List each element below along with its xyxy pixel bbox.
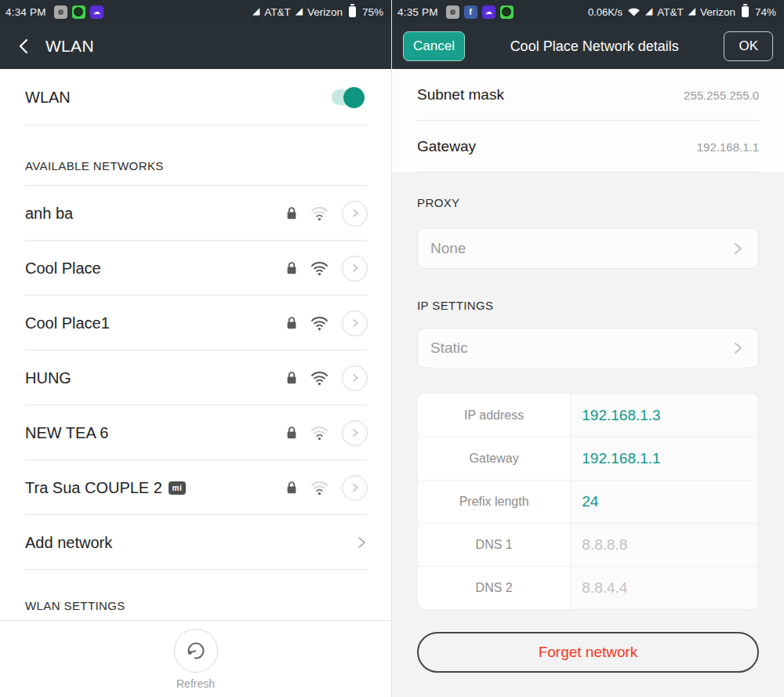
notification-icon-weather (90, 5, 103, 19)
network-speed: 0.06K/s (588, 6, 622, 18)
network-row[interactable]: HUNG (0, 350, 391, 405)
ip-settings-section-label: IP SETTINGS (417, 269, 759, 312)
ok-button[interactable]: OK (724, 31, 773, 61)
network-name: Cool Place1 (25, 314, 285, 332)
network-detail-button[interactable] (342, 365, 368, 391)
network-row[interactable]: Cool Place (0, 241, 391, 296)
cancel-button[interactable]: Cancel (403, 31, 465, 61)
network-name: HUNG (25, 369, 285, 387)
section-available-networks: AVAILABLE NETWORKS (0, 125, 391, 186)
back-chevron-icon (15, 37, 34, 56)
forget-network-button[interactable]: Forget network (417, 632, 759, 673)
wifi-signal-icon (310, 425, 329, 441)
field-label: DNS 1 (418, 524, 571, 566)
table-row: Gateway 192.168.1.1 (418, 437, 758, 480)
network-detail-button[interactable] (342, 475, 368, 501)
wifi-status-icon (627, 6, 641, 17)
chevron-right-icon (355, 535, 368, 550)
lock-icon (285, 315, 298, 331)
field-value-input[interactable]: 192.168.1.3 (571, 394, 758, 437)
network-row[interactable]: Cool Place1 (0, 296, 391, 350)
battery-icon (349, 6, 356, 17)
notification-icon-camera (446, 5, 459, 19)
signal-icon-sim1: ◢ (645, 6, 652, 16)
refresh-button[interactable] (174, 629, 218, 673)
carrier-label-att: AT&T (657, 6, 684, 18)
field-value-input[interactable]: 24 (571, 481, 758, 523)
ip-config-table: IP address 192.168.1.3 Gateway 192.168.1… (417, 393, 759, 610)
notification-icon-app (500, 5, 514, 19)
field-value-input[interactable]: 8.8.4.4 (571, 567, 758, 609)
lock-icon (285, 425, 298, 441)
wifi-signal-icon (310, 480, 329, 496)
table-row: DNS 2 8.8.4.4 (418, 566, 758, 609)
field-label: IP address (418, 394, 571, 437)
field-value-input[interactable]: 8.8.8.8 (571, 524, 758, 566)
info-value: 192.168.1.1 (697, 140, 759, 154)
dual-screenshot: 4:34 PM ◢ AT&T ◢ Verizon 75% WLAN WLAN A… (0, 0, 784, 697)
lock-icon (285, 205, 298, 221)
refresh-icon (184, 639, 208, 663)
wlan-toggle[interactable] (332, 89, 363, 105)
toggle-knob (343, 87, 365, 108)
battery-percent: 74% (755, 6, 776, 18)
network-detail-button[interactable] (342, 256, 368, 281)
table-row: DNS 1 8.8.8.8 (418, 523, 758, 566)
details-header: Cancel Cool Place Network details OK (392, 24, 784, 69)
page-title: WLAN (45, 37, 94, 56)
network-info-section: Subnet mask 255.255.255.0 Gateway 192.16… (392, 69, 784, 172)
field-value-input[interactable]: 192.168.1.1 (571, 437, 758, 480)
network-row[interactable]: Tra Sua COUPLE 2 mi (0, 460, 391, 515)
signal-icon-sim1: ◢ (252, 6, 260, 16)
network-detail-button[interactable] (342, 420, 368, 446)
network-row[interactable]: NEW TEA 6 (0, 405, 391, 460)
proxy-section-label: PROXY (417, 172, 759, 209)
field-label: Gateway (418, 437, 571, 480)
wlan-screen: 4:34 PM ◢ AT&T ◢ Verizon 75% WLAN WLAN A… (0, 0, 392, 697)
battery-icon (742, 6, 749, 17)
wifi-signal-icon (310, 370, 329, 387)
field-label: DNS 2 (418, 567, 571, 609)
info-value: 255.255.255.0 (684, 89, 759, 102)
add-network-row[interactable]: Add network (0, 515, 391, 570)
info-label: Subnet mask (417, 86, 684, 103)
info-row-subnet: Subnet mask 255.255.255.0 (392, 69, 784, 121)
ip-settings-selected-value: Static (430, 339, 731, 357)
signal-icon-sim2: ◢ (688, 6, 695, 16)
back-button[interactable] (11, 33, 38, 60)
clock: 4:34 PM (5, 6, 46, 18)
ip-settings-dropdown[interactable]: Static (417, 328, 759, 368)
field-label: Prefix length (418, 481, 571, 523)
wifi-signal-icon (310, 205, 329, 222)
settings-section: PROXY None IP SETTINGS Static IP address… (392, 172, 784, 673)
lock-icon (285, 370, 298, 386)
proxy-dropdown[interactable]: None (417, 228, 759, 269)
network-row[interactable]: anh ba (0, 186, 391, 241)
notification-icon-weather (482, 5, 495, 19)
mi-router-icon: mi (169, 481, 186, 495)
carrier-label-verizon: Verizon (307, 6, 343, 18)
network-name: Cool Place (25, 260, 285, 278)
network-name: anh ba (25, 205, 285, 223)
network-detail-button[interactable] (342, 310, 368, 336)
add-network-label: Add network (25, 534, 355, 552)
wifi-signal-icon (310, 315, 329, 332)
network-details-screen: 4:35 PM 0.06K/s ◢ AT&T ◢ Verizon 74% Can… (392, 0, 784, 697)
details-title: Cool Place Network details (465, 38, 724, 55)
refresh-area: Refresh (0, 621, 391, 695)
network-name: NEW TEA 6 (25, 424, 285, 442)
wlan-toggle-row: WLAN (0, 69, 391, 125)
signal-icon-sim2: ◢ (296, 6, 303, 16)
network-detail-button[interactable] (342, 201, 368, 227)
wifi-signal-icon (310, 260, 329, 277)
section-wlan-settings: WLAN SETTINGS (0, 570, 391, 620)
notification-icon-facebook (464, 5, 477, 19)
carrier-label-att: AT&T (264, 6, 291, 18)
info-label: Gateway (417, 138, 697, 155)
clock: 4:35 PM (397, 6, 438, 18)
info-row-gateway: Gateway 192.168.1.1 (392, 121, 784, 172)
notification-icon-app (72, 5, 85, 19)
refresh-label: Refresh (176, 677, 215, 690)
table-row: Prefix length 24 (418, 480, 758, 523)
status-bar-left: 4:34 PM ◢ AT&T ◢ Verizon 75% (0, 0, 391, 24)
